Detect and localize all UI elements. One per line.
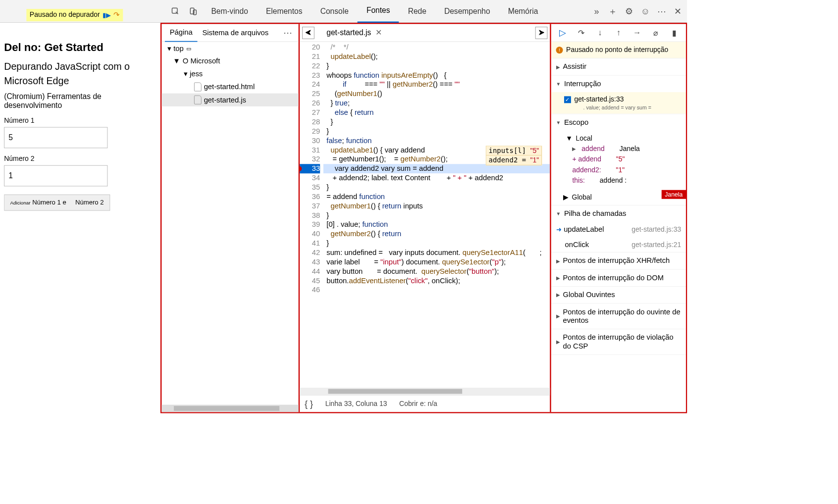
tab-network[interactable]: Rede: [399, 0, 435, 23]
navigator-pane: Página Sistema de arquivos ⋯ ▾ top ▭ ▼ O…: [161, 24, 300, 412]
more-tabs-icon[interactable]: »: [591, 6, 602, 16]
code-line[interactable]: getNumber2() { return: [323, 229, 550, 239]
tab-elements[interactable]: Elementos: [257, 0, 312, 23]
pause-exceptions-icon[interactable]: ▮: [669, 28, 680, 38]
callstack-frame[interactable]: onClickget-started.js:21: [551, 237, 686, 252]
inspect-icon[interactable]: [170, 5, 181, 17]
close-tab-icon[interactable]: ✕: [375, 28, 382, 38]
event-bp-section[interactable]: ▶Pontos de interrupção do ouvinte de eve…: [551, 303, 686, 329]
page-subtitle: Depurando JavaScript com o Microsoft Edg…: [4, 60, 157, 88]
dom-bp-section[interactable]: ▶Pontos de interrupção do DOM: [551, 269, 686, 286]
code-line[interactable]: [0] . value; function: [323, 220, 550, 229]
tree-domain[interactable]: ▼ O Microsoft: [161, 55, 298, 67]
code-line[interactable]: }: [323, 61, 550, 71]
breakpoint-item[interactable]: ✓get-started.js:33. value; addend = vary…: [551, 92, 686, 113]
code-line[interactable]: }: [323, 117, 550, 127]
page-paragraph: (Chromium) Ferramentas de desenvolviment…: [4, 92, 157, 110]
page-title: Del no: Get Started: [4, 41, 157, 54]
navigator-tab-filesystem[interactable]: Sistema de arquivos: [198, 24, 273, 42]
page-preview: Del no: Get Started Depurando JavaScript…: [0, 23, 160, 413]
tree-folder[interactable]: ▾ jess: [161, 67, 298, 80]
tree-file-js[interactable]: get-started.js: [161, 94, 298, 106]
device-icon[interactable]: [188, 5, 199, 17]
code-line[interactable]: whoops function inputsAreEmpty() {: [323, 71, 550, 80]
code-line[interactable]: }: [323, 211, 550, 220]
scope-local-header[interactable]: ▼Local: [561, 133, 686, 144]
resume-icon[interactable]: ▮▶: [103, 11, 111, 19]
tab-console[interactable]: Console: [312, 0, 358, 23]
code-line[interactable]: /* */: [323, 43, 550, 52]
code-line[interactable]: button.addEventListener("click", onClick…: [323, 276, 550, 286]
tab-welcome[interactable]: Bem-vindo: [202, 0, 257, 23]
code-line[interactable]: vary addend2 vary sum = addend: [323, 164, 550, 173]
scope-variable[interactable]: + addend "5": [561, 154, 686, 165]
tab-performance[interactable]: Desempenho: [435, 0, 499, 23]
code-line[interactable]: [323, 285, 550, 295]
deactivate-bp-icon[interactable]: ⌀: [650, 28, 661, 38]
scope-variable[interactable]: this: addend :: [561, 175, 686, 186]
code-line[interactable]: else { return: [323, 108, 550, 117]
code-line[interactable]: false; function: [323, 136, 550, 146]
pretty-print-icon[interactable]: { }: [305, 399, 313, 409]
code-line[interactable]: } true;: [323, 99, 550, 108]
code-editor-pane: ⮜ get-started.js ✕ ⮞ 2021222324252627282…: [300, 24, 551, 412]
number2-label: Número 2: [4, 154, 157, 162]
editor-tab[interactable]: get-started.js ✕: [326, 28, 381, 38]
scope-global[interactable]: ▶GlobalJanela: [551, 190, 686, 205]
tree-file-html[interactable]: get-started.html: [161, 80, 298, 93]
new-tab-icon[interactable]: ＋: [608, 6, 618, 16]
debugger-pane: ▷ ↷ ↓ ↑ → ⌀ ▮ !Pausado no ponto de inter…: [551, 24, 686, 412]
number2-input[interactable]: [4, 165, 107, 187]
callstack-section[interactable]: ▼Pilha de chamadas: [551, 205, 686, 222]
code-line[interactable]: (getNumber1(): [323, 89, 550, 99]
step-icon[interactable]: ↷: [113, 10, 119, 19]
pause-status: !Pausado no ponto de interrupção: [551, 42, 686, 58]
step-out-icon[interactable]: ↑: [613, 28, 624, 38]
tab-sources[interactable]: Fontes: [358, 0, 399, 23]
code-line[interactable]: = addend function: [323, 192, 550, 202]
feedback-icon[interactable]: ☺: [640, 6, 650, 16]
editor-scrollbar[interactable]: [300, 388, 550, 395]
code-line[interactable]: }: [323, 127, 550, 136]
code-line[interactable]: getNumber1() { return inputs: [323, 202, 550, 211]
tree-top[interactable]: ▾ top ▭: [161, 42, 298, 54]
navigator-tab-page[interactable]: Página: [165, 24, 198, 42]
close-icon[interactable]: ✕: [673, 6, 683, 16]
code-line[interactable]: }: [323, 183, 550, 192]
warn-icon: !: [556, 47, 563, 53]
pause-overlay: Pausado no depurador ▮▶ ↷: [26, 9, 122, 21]
code-line[interactable]: varie label = "input") document. querySe…: [323, 257, 550, 267]
breakpoints-section[interactable]: ▼Interrupção: [551, 76, 686, 93]
scope-variable[interactable]: ▶addend Janela: [561, 144, 686, 154]
hide-navigator-icon[interactable]: ⮜: [302, 27, 314, 39]
add-button[interactable]: Adicionar Número 1 e Número 2: [4, 195, 110, 211]
scope-section[interactable]: ▼Escopo: [551, 114, 686, 131]
kebab-icon[interactable]: ⋯: [656, 6, 667, 16]
callstack-frame[interactable]: ➜updateLabelget-started.js:33: [551, 222, 686, 237]
inline-value-1: inputs[l] "5": [486, 146, 542, 156]
global-listeners-section[interactable]: ▶Global Ouvintes: [551, 287, 686, 303]
tab-memory[interactable]: Memória: [499, 0, 547, 23]
code-line[interactable]: updateLabel();: [323, 52, 550, 61]
cursor-position: Linha 33, Coluna 13: [325, 400, 387, 407]
code-line[interactable]: sum: undefined = vary inputs document. q…: [323, 248, 550, 257]
code-line[interactable]: }: [323, 239, 550, 248]
scope-variable[interactable]: addend2: "1": [561, 165, 686, 175]
csp-bp-section[interactable]: ▶Pontos de interrupção de violação do CS…: [551, 329, 686, 354]
resume-button[interactable]: ▷: [557, 27, 569, 38]
xhr-bp-section[interactable]: ▶Pontos de interrupção XHR/fetch: [551, 252, 686, 269]
hide-debugger-icon[interactable]: ⮞: [535, 27, 548, 39]
code-line[interactable]: + addend2; label. text Content + " + " +…: [323, 173, 550, 183]
navigator-scrollbar[interactable]: [161, 405, 298, 412]
navigator-more-icon[interactable]: ⋯: [283, 27, 296, 38]
step-into-icon[interactable]: ↓: [594, 28, 606, 38]
number1-input[interactable]: [4, 127, 107, 149]
code-line[interactable]: if === "" || getNumber2() === "": [323, 80, 550, 90]
janela-badge: Janela: [662, 190, 686, 199]
coverage-status: Cobrir e: n/a: [399, 400, 437, 407]
watch-section[interactable]: ▶Assistir: [551, 58, 686, 75]
code-line[interactable]: vary button = document. querySelector("b…: [323, 267, 550, 276]
settings-icon[interactable]: ⚙: [624, 6, 634, 16]
step-icon[interactable]: →: [631, 28, 643, 38]
step-over-icon[interactable]: ↷: [576, 28, 587, 38]
